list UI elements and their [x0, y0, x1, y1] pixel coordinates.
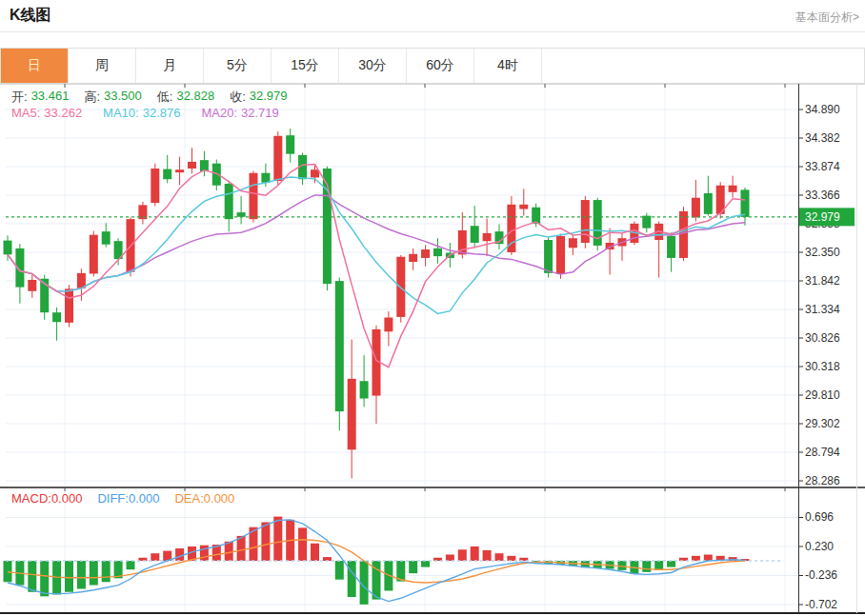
macd-bar [273, 517, 282, 561]
kline-page: K线图 基本面分析> 日 周 月 5分 15分 30分 60分 4时 34.89… [0, 0, 865, 616]
macd-bar [704, 555, 713, 562]
candle-body [4, 241, 12, 255]
dea-value: DEA:0.000 [174, 491, 234, 506]
macd-bar [65, 561, 73, 592]
candle-body [519, 205, 528, 209]
macd-bar [261, 522, 270, 561]
macd-bar [507, 556, 515, 561]
open-label: 开: [11, 89, 28, 106]
macd-bar [421, 561, 430, 567]
macd-bar [409, 561, 417, 573]
macd-bar [200, 546, 209, 561]
y-axis-label: 29.810 [805, 388, 840, 402]
candlesticks [4, 129, 750, 478]
candle-body [532, 208, 540, 224]
candle-body [360, 381, 369, 398]
macd-value: MACD:0.000 [11, 491, 82, 506]
y-axis-label: 29.302 [805, 417, 840, 430]
candle-body [286, 135, 294, 153]
candle-body [729, 186, 737, 192]
y-axis-label: 33.874 [805, 160, 840, 173]
close-value: 32.979 [250, 89, 288, 106]
candle-body [175, 169, 184, 172]
macd-bar [40, 561, 49, 596]
candle-body [163, 169, 171, 180]
macd-y-axis-label: 0.696 [805, 510, 834, 524]
y-axis-label: 30.826 [805, 331, 840, 345]
macd-bar [175, 548, 184, 561]
candle-body [212, 164, 221, 186]
macd-y-axis-label: -0.236 [805, 568, 837, 582]
candle-body [679, 211, 688, 258]
candle-body [741, 189, 750, 216]
close-label: 收: [230, 89, 246, 106]
macd-bar [348, 561, 356, 597]
candle-body [237, 212, 246, 217]
candle-body [667, 236, 675, 258]
candle-body [151, 169, 159, 203]
candle-body [348, 379, 356, 449]
macd-bar [151, 553, 159, 561]
macd-bar [77, 561, 86, 588]
candle-body [335, 281, 344, 411]
macd-bar [471, 546, 479, 561]
macd-bar [483, 550, 492, 561]
candle-body [433, 248, 442, 256]
ma20-label: MA20: [201, 106, 237, 120]
candle-body [544, 240, 553, 273]
ma5-value: 33.262 [44, 106, 82, 120]
candle-body [556, 236, 565, 274]
candle-body [483, 233, 492, 241]
candle-body [250, 173, 258, 219]
candle-body [421, 249, 430, 258]
candle-body [704, 193, 713, 214]
y-axis-labels: 34.89034.38233.87433.36632.85832.35031.8… [798, 103, 840, 611]
candle-body [65, 288, 73, 322]
y-axis-label: 28.286 [805, 474, 840, 487]
ma-legend: MA5:33.262 MA10:32.876 MA20:32.719 [11, 106, 279, 120]
candle-body [384, 318, 392, 332]
candle-body [52, 312, 61, 322]
ma20-value: 32.719 [241, 106, 279, 120]
macd-bar [28, 561, 36, 592]
candle-body [28, 280, 36, 291]
macd-bar [642, 561, 651, 572]
candle-body [90, 235, 98, 274]
grid-lines [6, 85, 798, 612]
ma10-value: 32.876 [143, 106, 181, 120]
candle-body [311, 169, 319, 177]
macd-bar [458, 549, 467, 561]
macd-y-axis-label: -0.702 [805, 598, 837, 611]
candle-body [471, 226, 479, 243]
candle-body [225, 184, 233, 219]
candle-body [569, 238, 577, 248]
ma10-label: MA10: [103, 106, 139, 120]
y-axis-label: 32.350 [805, 246, 840, 259]
high-label: 高: [84, 89, 100, 106]
macd-y-axis-label: 0.230 [805, 540, 834, 553]
macd-bar [102, 561, 111, 582]
candle-body [261, 173, 270, 183]
candle-body [692, 198, 700, 218]
price-badge-text: 32.979 [805, 210, 840, 224]
candle-body [273, 136, 282, 181]
y-axis-label: 34.382 [805, 131, 840, 145]
candle-body [642, 216, 651, 229]
chart-frame [0, 84, 865, 613]
low-value: 32.828 [176, 89, 214, 106]
y-axis-label: 34.890 [805, 103, 840, 116]
candle-body [102, 231, 111, 245]
y-axis-label: 31.842 [805, 274, 840, 288]
macd-bar [335, 561, 344, 580]
ohlc-legend: 开:33.461 高:33.500 低:32.828 收:32.979 [11, 89, 288, 106]
macd-bar [446, 555, 454, 562]
y-axis-label: 33.366 [805, 189, 840, 202]
macd-bar [90, 561, 98, 586]
diff-value: DIFF:0.000 [97, 491, 159, 506]
macd-bar [311, 544, 319, 561]
y-axis-label: 31.334 [805, 303, 840, 316]
ma5-label: MA5: [11, 106, 40, 120]
high-value: 33.500 [104, 89, 142, 106]
candle-body [581, 200, 590, 243]
macd-bar [298, 527, 307, 561]
